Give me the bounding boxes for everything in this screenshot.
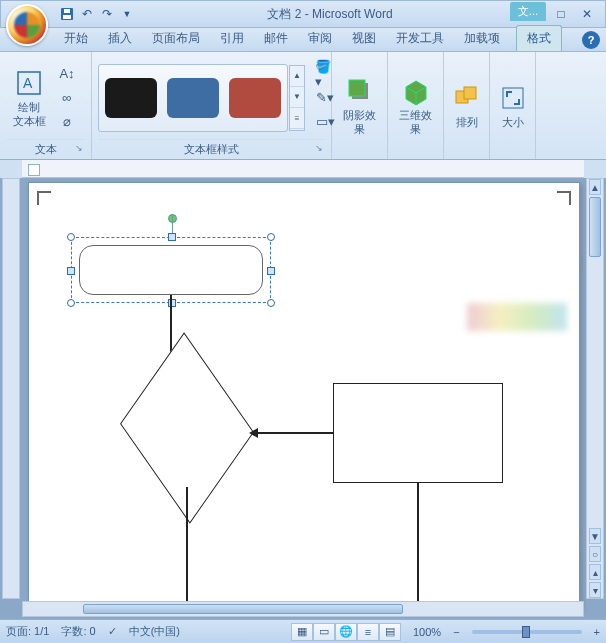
style-swatch-1[interactable] <box>105 78 157 118</box>
window-title: 文档 2 - Microsoft Word <box>135 6 525 23</box>
fullscreen-view[interactable]: ▭ <box>313 623 335 641</box>
close-button[interactable]: ✕ <box>577 6 597 22</box>
shadow-button[interactable]: 阴影效果 <box>338 69 381 143</box>
tab-view[interactable]: 视图 <box>342 26 386 51</box>
handle-n[interactable] <box>168 233 176 241</box>
office-button[interactable] <box>6 4 48 46</box>
arrange-button[interactable]: 排列 <box>450 69 484 143</box>
tab-references[interactable]: 引用 <box>210 26 254 51</box>
maximize-button[interactable]: □ <box>551 6 571 22</box>
save-icon[interactable] <box>59 6 75 22</box>
handle-nw[interactable] <box>67 233 75 241</box>
tab-format[interactable]: 格式 <box>516 25 562 51</box>
status-language[interactable]: 中文(中国) <box>129 624 180 639</box>
hscroll-thumb[interactable] <box>83 604 403 614</box>
watermark-smudge <box>467 303 567 331</box>
vscroll-thumb[interactable] <box>589 197 601 257</box>
next-page-button[interactable]: ▾ <box>589 582 601 598</box>
threeD-button[interactable]: 三维效果 <box>394 69 437 143</box>
flowchart-decision[interactable] <box>127 373 247 483</box>
group-textbox-styles: ▲▼≡ 🪣▾ ✎▾ ▭▾ 文本框样式↘ <box>92 52 332 159</box>
style-swatch-2[interactable] <box>167 78 219 118</box>
print-layout-view[interactable]: ▦ <box>291 623 313 641</box>
tab-home[interactable]: 开始 <box>54 26 98 51</box>
group-shadow: 阴影效果 <box>332 52 388 159</box>
style-swatch-3[interactable] <box>229 78 281 118</box>
scroll-down-button[interactable]: ▼ <box>589 528 601 544</box>
connector-2-arrow <box>249 428 258 438</box>
group-styles-launcher[interactable]: ↘ <box>315 143 323 153</box>
zoom-in-button[interactable]: + <box>594 626 600 638</box>
proofing-icon[interactable]: ✓ <box>108 625 117 638</box>
contextual-tab-label: 文... <box>510 2 546 21</box>
zoom-slider[interactable] <box>472 630 582 634</box>
zoom-out-button[interactable]: − <box>453 626 459 638</box>
size-label: 大小 <box>502 116 524 129</box>
size-button[interactable]: 大小 <box>496 69 530 143</box>
flowchart-process[interactable] <box>333 383 503 483</box>
scroll-up-button[interactable]: ▲ <box>589 179 601 195</box>
textbox-icon: A <box>13 67 45 99</box>
connector-3[interactable] <box>417 483 419 610</box>
tab-mailings[interactable]: 邮件 <box>254 26 298 51</box>
group-styles-label: 文本框样式 <box>184 143 239 155</box>
prev-page-button[interactable]: ▴ <box>589 564 601 580</box>
horizontal-scrollbar[interactable] <box>22 601 584 617</box>
zoom-level[interactable]: 100% <box>413 626 441 638</box>
help-icon[interactable]: ? <box>582 31 600 49</box>
quick-access-toolbar: ↶ ↷ ▼ <box>59 6 135 22</box>
ribbon: A 绘制 文本框 A↕ ∞ ⌀ 文本↘ ▲▼≡ 🪣▾ ✎▾ ▭▾ <box>0 52 606 160</box>
draw-textbox-label: 绘制 文本框 <box>13 101 46 127</box>
gallery-spinner[interactable]: ▲▼≡ <box>289 65 305 131</box>
size-icon <box>497 82 529 114</box>
link-textbox-icon[interactable]: ∞ <box>56 87 78 109</box>
browse-object-button[interactable]: ○ <box>589 546 601 562</box>
arrange-label: 排列 <box>456 116 478 129</box>
status-words[interactable]: 字数: 0 <box>61 624 95 639</box>
svg-text:A: A <box>23 75 33 91</box>
vertical-ruler[interactable] <box>2 178 20 599</box>
text-direction-icon[interactable]: A↕ <box>56 63 78 85</box>
zoom-knob[interactable] <box>522 626 530 638</box>
status-page[interactable]: 页面: 1/1 <box>6 624 49 639</box>
svg-rect-6 <box>349 80 365 96</box>
horizontal-ruler[interactable] <box>22 160 584 178</box>
tab-addins[interactable]: 加载项 <box>454 26 510 51</box>
shadow-icon <box>344 75 376 107</box>
style-gallery[interactable]: ▲▼≡ <box>98 64 288 132</box>
cube-icon <box>400 75 432 107</box>
document-area: ▲ ▼ ○ ▴ ▾ <box>0 178 606 619</box>
status-bar: 页面: 1/1 字数: 0 ✓ 中文(中国) ▦ ▭ 🌐 ≡ ▤ 100% − … <box>0 619 606 643</box>
group-arrange: 排列 <box>444 52 490 159</box>
break-link-icon[interactable]: ⌀ <box>56 111 78 133</box>
threeD-label: 三维效果 <box>395 109 436 135</box>
tab-developer[interactable]: 开发工具 <box>386 26 454 51</box>
undo-icon[interactable]: ↶ <box>79 6 95 22</box>
draw-textbox-button[interactable]: A 绘制 文本框 <box>6 61 52 135</box>
shadow-label: 阴影效果 <box>339 109 380 135</box>
tab-review[interactable]: 审阅 <box>298 26 342 51</box>
group-3d: 三维效果 <box>388 52 444 159</box>
handle-ne[interactable] <box>267 233 275 241</box>
group-size: 大小 ↘ <box>490 52 536 159</box>
draft-view[interactable]: ▤ <box>379 623 401 641</box>
web-view[interactable]: 🌐 <box>335 623 357 641</box>
redo-icon[interactable]: ↷ <box>99 6 115 22</box>
vertical-scrollbar[interactable]: ▲ ▼ ○ ▴ ▾ <box>586 178 604 599</box>
selection-frame <box>71 237 271 303</box>
handle-sw[interactable] <box>67 299 75 307</box>
handle-w[interactable] <box>67 267 75 275</box>
ribbon-tabs: 开始 插入 页面布局 引用 邮件 审阅 视图 开发工具 加载项 格式 ? <box>0 28 606 52</box>
tab-page-layout[interactable]: 页面布局 <box>142 26 210 51</box>
handle-e[interactable] <box>267 267 275 275</box>
connector-2[interactable] <box>257 432 333 434</box>
connector-4[interactable] <box>186 487 188 610</box>
qat-dropdown-icon[interactable]: ▼ <box>119 6 135 22</box>
outline-view[interactable]: ≡ <box>357 623 379 641</box>
tab-insert[interactable]: 插入 <box>98 26 142 51</box>
page[interactable] <box>28 182 580 610</box>
group-text-launcher[interactable]: ↘ <box>75 143 83 153</box>
view-buttons: ▦ ▭ 🌐 ≡ ▤ <box>291 623 401 641</box>
handle-se[interactable] <box>267 299 275 307</box>
svg-rect-12 <box>464 87 476 99</box>
